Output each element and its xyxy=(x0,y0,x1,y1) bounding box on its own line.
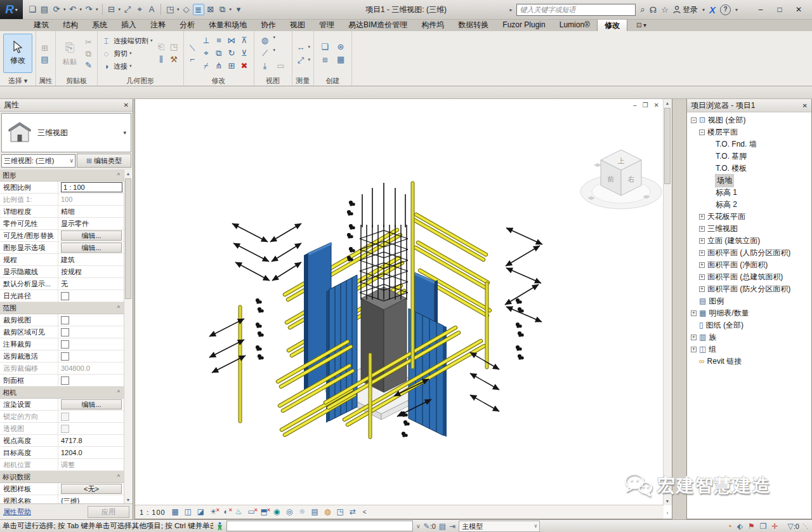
split-face-icon[interactable]: ⫼ xyxy=(155,54,167,65)
tab-Lumion®[interactable]: Lumion® xyxy=(553,19,597,31)
copy-icon[interactable]: ⧉ xyxy=(83,48,94,59)
frame-icon[interactable]: ▭ xyxy=(273,60,289,71)
property-value[interactable] xyxy=(58,375,124,386)
section-header[interactable]: 标识数据^ xyxy=(0,471,124,483)
paste-button[interactable]: ⎘ 粘贴 xyxy=(59,34,81,73)
tab-管理[interactable]: 管理 xyxy=(312,19,341,31)
manage-links-icon[interactable]: ⇥ xyxy=(449,522,455,531)
apply-button[interactable]: 应用 xyxy=(88,506,129,518)
edit-type-button[interactable]: ⊞ 编辑类型 xyxy=(77,154,131,168)
type-selector[interactable]: 三维视图 ▾ xyxy=(1,113,131,152)
match-type-icon[interactable]: ✎ xyxy=(83,60,94,70)
measure-between-icon[interactable]: ↔ xyxy=(296,42,306,53)
browser-item[interactable]: +三维视图 xyxy=(687,223,811,235)
browser-item[interactable]: +◫组 xyxy=(687,343,811,356)
property-value[interactable]: <无> xyxy=(58,483,124,495)
geometry-panel-label[interactable]: 几何图形 xyxy=(98,76,183,86)
expand-plus-icon[interactable]: + xyxy=(699,250,705,256)
tab-插入[interactable]: 插入 xyxy=(114,19,143,31)
unpin-icon[interactable]: ⊻ xyxy=(239,48,251,58)
modify-button[interactable]: 修改 xyxy=(3,34,32,73)
sync-icon[interactable]: ⟳ xyxy=(51,4,62,15)
browser-close-icon[interactable]: ✕ xyxy=(802,102,808,109)
favorites-icon[interactable]: ☆ xyxy=(661,5,669,15)
detail-level-icon[interactable]: ◫ xyxy=(183,507,193,517)
type-selector-dropdown-icon[interactable]: ▾ xyxy=(123,130,126,136)
measure-panel-label[interactable]: 测量 xyxy=(292,76,314,86)
rendering-dialog-icon[interactable]: ♨ xyxy=(233,507,244,517)
app-menu-button[interactable]: R▾ xyxy=(0,0,23,19)
browser-item[interactable]: ▤图例 xyxy=(687,295,811,307)
beam-annotations-icon[interactable]: ⎗ xyxy=(155,41,167,52)
mirror-icon[interactable]: ⋈ xyxy=(226,35,238,46)
view-minimize-icon[interactable]: – xyxy=(633,102,637,109)
clipboard-panel-label[interactable]: 剪贴板 xyxy=(56,76,97,86)
browser-item[interactable]: +面积平面 (防火分区面积) xyxy=(687,283,811,295)
properties-palette-icon[interactable]: ▤ xyxy=(39,54,50,65)
browser-item[interactable]: +天花板平面 xyxy=(687,211,811,223)
viewbar-collapse-icon[interactable]: < xyxy=(363,509,367,515)
canvas-scroll-thumb[interactable] xyxy=(664,108,671,184)
scale-icon[interactable]: ▩ xyxy=(170,507,181,517)
communication-center-icon[interactable]: ☊ xyxy=(650,5,657,15)
trim-icon[interactable]: ⌿ xyxy=(200,60,213,71)
browser-item[interactable]: +面积平面 (总建筑面积) xyxy=(687,271,811,283)
visual-style-icon[interactable]: ◪ xyxy=(195,507,206,517)
help-dropdown-icon[interactable]: ▾ xyxy=(735,7,738,13)
browser-item[interactable]: +面积平面 (人防分区面积) xyxy=(687,247,811,259)
crop-view-icon[interactable]: ▭✕ xyxy=(246,507,257,517)
linework-icon[interactable]: ⟋ xyxy=(258,48,273,58)
browser-item[interactable]: 标高 2 xyxy=(687,199,811,211)
expand-plus-icon[interactable]: + xyxy=(691,310,697,316)
canvas-scroll-up-icon[interactable]: ▲ xyxy=(664,99,671,107)
browser-item[interactable]: ▯图纸 (全部) xyxy=(687,319,811,331)
property-value[interactable]: 1 : 100 xyxy=(58,182,124,193)
reveal-constraints-icon[interactable]: ⇄ xyxy=(348,507,358,517)
expand-plus-icon[interactable]: + xyxy=(699,274,705,280)
cut-geometry-icon[interactable]: ◌ xyxy=(101,48,112,59)
tab-结构[interactable]: 结构 xyxy=(56,19,85,31)
worksharing-request-icon[interactable]: ◔ xyxy=(728,522,732,531)
browser-item[interactable]: +▥族 xyxy=(687,331,811,343)
tab-注释[interactable]: 注释 xyxy=(143,19,173,31)
properties-close-icon[interactable]: ✕ xyxy=(124,102,129,109)
expand-plus-icon[interactable]: + xyxy=(699,262,705,268)
cut-icon[interactable]: ✂ xyxy=(83,37,94,48)
worksets-dialog-icon[interactable]: ▤ xyxy=(439,522,446,531)
temporary-view-properties-icon[interactable]: ▤ xyxy=(310,507,320,517)
view-scale[interactable]: 1 : 100 xyxy=(140,509,166,516)
tag-icon[interactable]: ⌖ xyxy=(134,4,145,15)
expand-plus-icon[interactable]: + xyxy=(699,238,705,244)
view-close-icon[interactable]: ✕ xyxy=(654,102,659,109)
3d-model-view[interactable]: 上 前 右 xyxy=(135,99,672,505)
resize-grip[interactable]: ⋱ xyxy=(802,522,809,529)
tab-建筑[interactable]: 建筑 xyxy=(27,19,56,31)
join-geometry-icon[interactable]: ◑ xyxy=(101,61,112,72)
browser-item[interactable]: T.O. Fnd. 墙 xyxy=(687,138,811,150)
temporary-hide-isolate-icon[interactable]: ◎ xyxy=(284,507,295,517)
legend-component-icon[interactable]: ❏ xyxy=(317,41,332,52)
minimize-button[interactable]: – xyxy=(751,0,770,19)
design-option-selector[interactable]: 主模型 ∨ xyxy=(459,521,540,532)
thin-lines-icon[interactable]: ≣ xyxy=(193,4,204,15)
copy-icon[interactable]: ⧉ xyxy=(213,48,225,58)
browser-item[interactable]: 标高 1 xyxy=(687,187,811,199)
properties-panel-label[interactable]: 属性 xyxy=(36,76,55,86)
align-icon[interactable]: ⟂ xyxy=(200,35,213,46)
offset-icon[interactable]: ≡ xyxy=(213,35,225,46)
join-geometry-label[interactable]: 连接 xyxy=(114,62,128,71)
browser-item[interactable]: −楼层平面 xyxy=(687,126,811,138)
show-crop-icon[interactable]: ⬒✕ xyxy=(259,507,270,517)
demolish-icon[interactable]: ⚒ xyxy=(168,54,180,65)
expand-plus-icon[interactable]: + xyxy=(699,226,705,232)
property-value[interactable]: 编辑... xyxy=(58,242,124,253)
expand-minus-icon[interactable]: − xyxy=(691,117,697,123)
split-icon[interactable]: ⋔ xyxy=(213,60,225,71)
expand-plus-icon[interactable]: + xyxy=(691,335,697,340)
status-input[interactable] xyxy=(226,521,413,531)
view-panel-label[interactable]: 视图 xyxy=(254,76,292,86)
shadows-icon[interactable]: ◐✕ xyxy=(221,507,232,517)
tab-分析[interactable]: 分析 xyxy=(173,19,202,31)
search-icon[interactable]: ⌕ xyxy=(640,4,645,15)
viewcube[interactable]: 上 前 右 xyxy=(580,150,662,209)
